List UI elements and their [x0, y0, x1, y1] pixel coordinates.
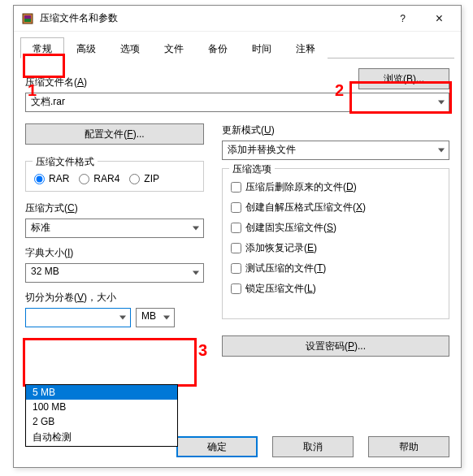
browse-button[interactable]: 浏览(B)... — [358, 68, 449, 89]
update-mode-combo[interactable]: 添加并替换文件 — [222, 141, 449, 160]
chk-solid[interactable]: 创建固实压缩文件(S) — [231, 221, 440, 235]
split-opt-5mb[interactable]: 5 MB — [26, 385, 177, 400]
chk-recovery[interactable]: 添加恢复记录(E) — [231, 241, 440, 255]
archive-name-combo[interactable]: 文档.rar — [25, 93, 449, 112]
ok-button[interactable]: 确定 — [176, 436, 258, 457]
radio-zip[interactable]: ZIP — [129, 173, 159, 184]
chk-lock[interactable]: 锁定压缩文件(L) — [231, 282, 440, 296]
radio-rar4[interactable]: RAR4 — [79, 173, 119, 184]
chk-sfx[interactable]: 创建自解压格式压缩文件(X) — [231, 201, 440, 214]
window-title: 压缩文件名和参数 — [40, 11, 384, 25]
app-icon — [20, 11, 35, 26]
tab-files[interactable]: 文件 — [152, 37, 196, 58]
help-button[interactable]: ? — [384, 6, 421, 31]
format-group-title: 压缩文件格式 — [33, 155, 98, 169]
dict-label: 字典大小(I) — [25, 246, 204, 260]
svg-rect-2 — [24, 19, 31, 22]
split-label: 切分为分卷(V)，大小 — [25, 291, 204, 305]
tab-advanced[interactable]: 高级 — [64, 37, 108, 58]
dialog-window: 压缩文件名和参数 ? × 常规 高级 选项 文件 备份 时间 注释 压缩文件名(… — [13, 5, 462, 468]
split-options-dropdown[interactable]: 5 MB 100 MB 2 GB 自动检测 — [25, 384, 178, 447]
dict-combo[interactable]: 32 MB — [25, 263, 204, 283]
tab-backup[interactable]: 备份 — [196, 37, 240, 58]
tab-options[interactable]: 选项 — [108, 37, 152, 58]
set-password-button[interactable]: 设置密码(P)... — [222, 335, 449, 357]
opts-group-title: 压缩选项 — [229, 162, 275, 176]
panel-general: 压缩文件名(A) 浏览(B)... 文档.rar 配置文件(F)... 压缩文件… — [14, 58, 461, 363]
tab-time[interactable]: 时间 — [240, 37, 284, 58]
tab-comment[interactable]: 注释 — [284, 37, 328, 58]
split-unit-combo[interactable]: MB — [136, 308, 175, 327]
method-combo[interactable]: 标准 — [25, 219, 204, 238]
help-button-bottom[interactable]: 帮助 — [368, 436, 449, 457]
chk-delete-after[interactable]: 压缩后删除原来的文件(D) — [231, 180, 440, 194]
tabstrip: 常规 高级 选项 文件 备份 时间 注释 — [14, 32, 461, 58]
archive-name-input[interactable]: 文档.rar — [25, 93, 449, 112]
chk-test[interactable]: 测试压缩的文件(T) — [231, 262, 440, 275]
close-button[interactable]: × — [421, 6, 458, 31]
cancel-button[interactable]: 取消 — [272, 436, 354, 457]
split-size-combo[interactable] — [25, 308, 131, 327]
split-opt-auto[interactable]: 自动检测 — [26, 429, 177, 446]
split-opt-2gb[interactable]: 2 GB — [26, 414, 177, 429]
tab-general[interactable]: 常规 — [20, 37, 64, 58]
radio-rar[interactable]: RAR — [34, 173, 69, 184]
archive-name-label: 压缩文件名(A) — [25, 76, 358, 89]
titlebar: 压缩文件名和参数 ? × — [14, 6, 461, 32]
profiles-button[interactable]: 配置文件(F)... — [25, 123, 204, 145]
split-opt-100mb[interactable]: 100 MB — [26, 400, 177, 414]
update-mode-label: 更新模式(U) — [222, 123, 449, 137]
svg-rect-1 — [24, 15, 31, 19]
method-label: 压缩方式(C) — [25, 201, 204, 215]
